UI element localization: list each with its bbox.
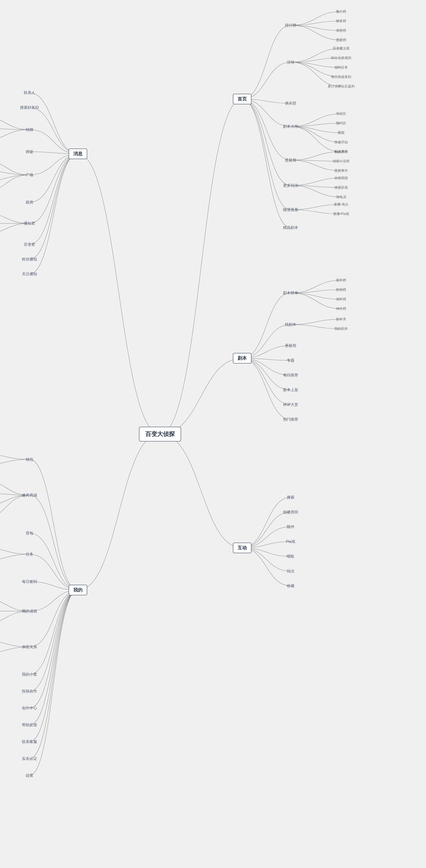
node-帮助反馈: 帮助反馈 bbox=[20, 721, 39, 728]
node-label: 每日充值签到 bbox=[331, 75, 351, 79]
node-label: 搜索好友ID bbox=[20, 105, 39, 110]
node-悬疑馆: 悬疑馆 bbox=[283, 342, 298, 349]
node-百变大侦探: 百变大侦探 bbox=[139, 427, 181, 441]
node-互动: 互动 bbox=[233, 542, 252, 553]
node-label: 找剧本 bbox=[285, 322, 296, 327]
node-找剧本: 找剧本 bbox=[283, 321, 298, 328]
node-累计消费钻石返利: 累计消费钻石返利 bbox=[326, 84, 356, 89]
node-道具商城: 道具商城 bbox=[20, 492, 39, 499]
node-联系客服: 联系客服 bbox=[20, 738, 39, 745]
node-label: 活动 bbox=[287, 60, 294, 65]
node-label: 联系客服 bbox=[22, 739, 37, 744]
node-label: 我的小窝 bbox=[22, 672, 37, 677]
node-百变魔法屋: 百变魔法屋 bbox=[331, 46, 351, 52]
node-label: 预约区 bbox=[336, 121, 346, 126]
node-label: 我的成就 bbox=[22, 609, 37, 614]
node-label: 帮助反馈 bbox=[22, 722, 37, 727]
node-剧本大厅: 剧本大厅 bbox=[281, 123, 300, 130]
node-label: 悬疑馆 bbox=[285, 343, 296, 348]
node-label: 排行榜 bbox=[285, 23, 296, 28]
node-精品剧本: 精品剧本 bbox=[281, 224, 300, 231]
node-label: 财富榜 bbox=[336, 19, 346, 23]
node-搜索好友ID: 搜索好友ID bbox=[18, 104, 41, 111]
node-label: 俱乐部 bbox=[285, 101, 296, 106]
node-label: 私人事件 bbox=[334, 150, 348, 154]
node-专题: 专题 bbox=[285, 357, 296, 364]
node-热门推荐: 热门推荐 bbox=[281, 416, 300, 423]
node-每日推荐: 每日推荐 bbox=[281, 372, 300, 378]
node-随便逛逛: 随便逛逛 bbox=[281, 206, 300, 213]
node-label: 广场 bbox=[26, 173, 33, 178]
node-等待区: 等待区 bbox=[335, 111, 348, 117]
node-label: 直播-Pia戏 bbox=[333, 212, 349, 216]
node-我的成就: 我的成就 bbox=[20, 608, 39, 615]
node-私人事件: 私人事件 bbox=[333, 149, 349, 155]
node-label: 精品剧本 bbox=[283, 225, 298, 230]
node-你画我猜: 你画我猜 bbox=[333, 175, 349, 181]
node-剧本榜单: 剧本榜单 bbox=[281, 289, 300, 296]
node-label: 剧本库 bbox=[336, 317, 346, 321]
node-label: 恩爱榜 bbox=[336, 38, 346, 42]
node-神作榜: 神作榜 bbox=[335, 306, 348, 312]
node-活动: 活动 bbox=[285, 59, 296, 65]
node-label: 结婚 bbox=[26, 127, 33, 132]
node-label: 钱包 bbox=[26, 457, 33, 462]
node-更多玩法: 更多玩法 bbox=[281, 182, 300, 189]
node-label: 关注通知 bbox=[22, 272, 37, 277]
node-label: 新本上架 bbox=[283, 387, 298, 392]
node-直播-电台: 直播-电台 bbox=[332, 202, 350, 207]
node-label: 专题 bbox=[287, 358, 294, 363]
node-label: 联系人 bbox=[24, 90, 35, 95]
node-label: 侦探小说馆 bbox=[333, 159, 350, 163]
node-恩爱榜: 恩爱榜 bbox=[335, 37, 348, 43]
node-label: 互动 bbox=[237, 545, 247, 551]
node-label: 每日推荐 bbox=[283, 373, 298, 378]
node-钱包: 钱包 bbox=[24, 456, 35, 463]
node-直播-Pia戏: 直播-Pia戏 bbox=[332, 211, 351, 217]
node-我的: 我的 bbox=[69, 585, 87, 595]
node-设置: 设置 bbox=[24, 772, 35, 779]
node-label: 悬疑馆 bbox=[285, 158, 296, 163]
node-海龟汤: 海龟汤 bbox=[335, 194, 348, 200]
node-广场: 广场 bbox=[24, 172, 35, 178]
node-通知君: 通知君 bbox=[22, 220, 37, 227]
node-label: 你画我猜 bbox=[334, 176, 348, 180]
node-悬疑馆: 悬疑馆 bbox=[283, 157, 298, 163]
node-label: 海龟汤 bbox=[336, 195, 346, 199]
node-label: 粉丝通知 bbox=[22, 257, 37, 262]
node-背包: 背包 bbox=[24, 530, 35, 536]
node-联系人: 联系人 bbox=[22, 89, 37, 96]
node-每日签到: 每日签到 bbox=[20, 578, 39, 585]
node-神评大赏: 神评大赏 bbox=[281, 401, 300, 408]
node-label: 消息 bbox=[73, 151, 83, 157]
node-label: 更多玩法 bbox=[283, 183, 298, 188]
node-投稿合作: 投稿合作 bbox=[20, 688, 39, 694]
node-Pia戏: Pia戏 bbox=[284, 538, 297, 545]
node-label: 背包 bbox=[26, 531, 33, 536]
node-创作中心: 创作中心 bbox=[20, 705, 39, 711]
node-label: 实时榜 bbox=[336, 297, 346, 302]
mindmap-container: 百变大侦探首页排行榜魅力榜财富榜亲密榜恩爱榜活动百变魔法屋积分兑换规则福利任务每… bbox=[0, 0, 426, 868]
node-关注通知: 关注通知 bbox=[20, 271, 39, 277]
node-积分兑换规则: 积分兑换规则 bbox=[330, 55, 353, 61]
node-消息: 消息 bbox=[69, 149, 87, 159]
node-陪伴: 陪伴 bbox=[285, 523, 296, 530]
node-预约区: 预约区 bbox=[335, 121, 348, 126]
node-实名认证: 实名认证 bbox=[20, 755, 39, 762]
node-我的剧本: 我的剧本 bbox=[333, 326, 349, 332]
node-label: 任务 bbox=[26, 552, 33, 557]
node-label: 魅力榜 bbox=[336, 9, 346, 14]
node-排行榜: 排行榜 bbox=[283, 22, 298, 29]
node-label: 我的 bbox=[73, 587, 83, 593]
node-每日充值签到: 每日充值签到 bbox=[330, 74, 353, 80]
node-搜索: 搜索 bbox=[285, 494, 296, 501]
node-label: 跟房 bbox=[26, 200, 33, 205]
node-label: 热门推荐 bbox=[283, 417, 298, 422]
node-label: 神评大赏 bbox=[283, 402, 298, 407]
node-label: 等待区 bbox=[336, 112, 346, 116]
node-跟房: 跟房 bbox=[24, 199, 35, 206]
node-label: 悬赏事件 bbox=[334, 168, 348, 173]
node-结婚: 结婚 bbox=[24, 126, 35, 133]
node-首页: 首页 bbox=[233, 94, 252, 104]
node-label: 谁是卧底 bbox=[334, 185, 348, 190]
